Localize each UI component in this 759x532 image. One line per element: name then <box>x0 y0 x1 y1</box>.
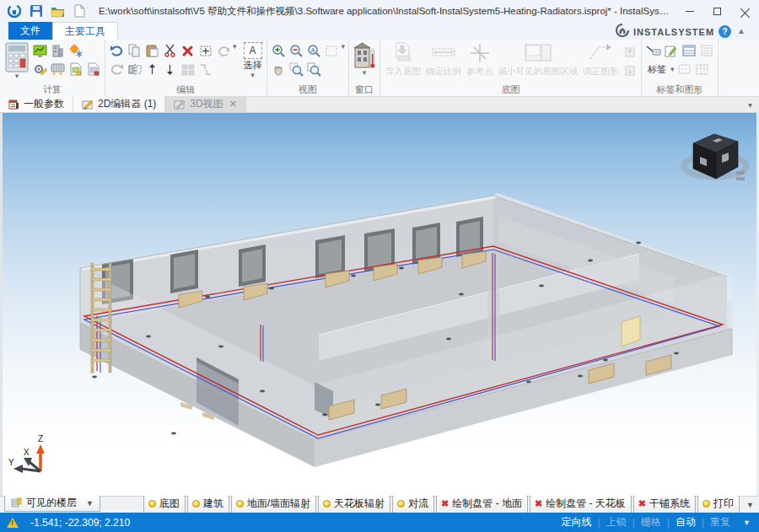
paste-icon[interactable] <box>144 43 160 58</box>
toggle-auto[interactable]: 自动 <box>676 515 696 529</box>
3d-canvas[interactable]: Z X Y <box>0 113 759 496</box>
toggle-orientation-line[interactable]: 定向线 <box>562 515 592 529</box>
axis-x-label: X <box>24 448 30 457</box>
layer-tab-convection[interactable]: 对流 <box>392 495 434 513</box>
layer-tab-coil-ceiling[interactable]: 绘制盘管 - 天花板 <box>530 495 632 513</box>
toggle-grid[interactable]: 栅格 <box>641 515 661 529</box>
align-bottom-icon[interactable] <box>162 62 178 77</box>
new-document-icon[interactable] <box>73 4 87 19</box>
layer-tabs-caret[interactable]: ▼ <box>743 501 759 513</box>
zoom-a-glyph: A <box>310 46 315 52</box>
layer-on-icon <box>323 500 331 508</box>
zoom-dropdown-caret[interactable]: ▾ <box>342 43 346 58</box>
settings-edit-icon[interactable] <box>32 62 48 77</box>
ribbon-group-window: ▾ 窗口 <box>349 40 380 96</box>
move-icon[interactable] <box>197 43 213 58</box>
heating-cooling-icon[interactable] <box>67 43 83 58</box>
align-top-icon[interactable] <box>144 62 160 77</box>
select-button[interactable]: A 选择 ▾ <box>242 41 264 79</box>
layer-tab-print[interactable]: 打印 <box>697 495 740 513</box>
text-style-icon[interactable] <box>676 62 692 77</box>
zoom-extents-icon[interactable] <box>306 62 322 77</box>
delete-icon[interactable] <box>180 43 196 58</box>
zoom-all-icon[interactable]: A <box>306 43 322 58</box>
copy-icon[interactable] <box>126 43 143 58</box>
diagnostics-icon[interactable] <box>32 43 48 58</box>
view-cube[interactable] <box>684 134 746 180</box>
maximize-button[interactable] <box>703 0 731 22</box>
mirror-icon[interactable] <box>126 62 143 77</box>
layer-tab-basemap[interactable]: 底图 <box>143 495 186 513</box>
zoom-out-icon[interactable] <box>288 43 304 58</box>
status-bar: -1.541; -22.309; 2.210 定向线| 上锁| 栅格| 自动| … <box>0 513 759 532</box>
visible-floors-dropdown[interactable]: 可见的楼层 ▼ <box>4 494 100 512</box>
project-data-icon[interactable] <box>67 62 83 77</box>
window-dropdown-caret[interactable]: ▾ <box>363 69 367 76</box>
label-dropdown-caret[interactable]: ▾ <box>670 66 675 73</box>
close-button[interactable] <box>731 0 759 22</box>
radiator-icon[interactable] <box>50 62 66 77</box>
save-icon[interactable] <box>29 4 43 19</box>
tab-file[interactable]: 文件 <box>8 22 52 40</box>
set-scale-label: 确定比例 <box>426 66 461 78</box>
tab-2d-editor[interactable]: 2D编辑器 (1) <box>73 96 165 112</box>
label-button[interactable]: 标签 <box>645 63 669 76</box>
quick-access-toolbar <box>0 4 94 19</box>
layer-tab-coil-floor[interactable]: 绘制盘管 - 地面 <box>436 495 528 513</box>
zoom-window-icon[interactable] <box>288 62 304 77</box>
array-icon[interactable] <box>180 62 196 77</box>
list-icon[interactable] <box>698 43 714 58</box>
leader-label-icon[interactable] <box>645 43 661 58</box>
zoom-selection-icon[interactable] <box>324 43 340 58</box>
tab-list-caret[interactable]: ▾ <box>748 100 759 112</box>
group-label-labels: 标签和图形 <box>644 83 715 96</box>
group-label-window: 窗口 <box>352 83 377 96</box>
import-basemap-button[interactable]: 导入底图 <box>383 41 423 78</box>
tab-main-tools[interactable]: 主要工具 <box>52 22 118 40</box>
app-logo-icon[interactable] <box>7 4 21 19</box>
status-caret[interactable]: ▼ <box>743 519 751 527</box>
rotate-icon[interactable] <box>215 43 231 58</box>
toggle-repeat[interactable]: 重复 <box>710 515 730 529</box>
building-structure-icon[interactable] <box>50 43 66 58</box>
basemap-up-icon[interactable] <box>622 45 638 60</box>
ribbon-group-basemap: 导入底图 确定比例 参考点 减小可见的底图区域 调正图形 <box>380 40 642 96</box>
pan-icon[interactable] <box>271 62 287 77</box>
layer-tab-floor-wall-radiation[interactable]: 地面/墙面辐射 <box>231 495 316 513</box>
collapse-ribbon-icon[interactable]: ▲ <box>735 26 751 37</box>
grid-table-icon[interactable] <box>694 62 710 77</box>
calculate-dropdown-caret[interactable]: ▾ <box>15 73 19 79</box>
cut-icon[interactable] <box>162 43 178 58</box>
rotate-dropdown-caret[interactable]: ▾ <box>233 43 237 58</box>
undo-icon[interactable] <box>109 43 125 58</box>
warning-icon[interactable] <box>7 518 19 528</box>
adjust-graphic-button[interactable]: 调正图形 <box>580 41 621 78</box>
axis-y-label: Y <box>8 458 14 467</box>
help-icon[interactable]: ? <box>719 25 731 38</box>
brand-name: INSTALSYSTEM <box>633 27 714 37</box>
redo-icon[interactable] <box>109 62 125 77</box>
select-dropdown-caret[interactable]: ▾ <box>250 72 255 78</box>
trim-icon[interactable] <box>197 62 213 77</box>
layer-tab-building[interactable]: 建筑 <box>187 495 229 513</box>
tab-general-parameters[interactable]: 一般参数 <box>0 96 73 112</box>
toggle-lock[interactable]: 上锁 <box>606 515 627 529</box>
calculate-button[interactable]: ▾ <box>3 41 31 80</box>
brand-area: INSTALSYSTEM ? ▲ <box>616 24 759 40</box>
tab-close-icon[interactable]: ✕ <box>229 99 237 110</box>
open-folder-icon[interactable] <box>51 4 65 19</box>
minimize-button[interactable] <box>676 0 703 22</box>
layer-tab-ceiling-radiation[interactable]: 天花板辐射 <box>318 495 390 513</box>
set-scale-button[interactable]: 确定比例 <box>423 41 464 78</box>
zoom-in-icon[interactable] <box>271 43 287 58</box>
table-label-icon[interactable] <box>681 43 697 58</box>
edit-label-icon[interactable] <box>663 43 679 58</box>
separator: | <box>702 517 704 529</box>
results-data-icon[interactable] <box>85 62 101 77</box>
layer-tab-dry-system[interactable]: 干铺系统 <box>633 495 696 513</box>
reference-point-button[interactable]: 参考点 <box>464 41 496 78</box>
reduce-basemap-area-button[interactable]: 减小可见的底图区域 <box>496 41 581 78</box>
window-layout-button[interactable]: ▾ <box>352 41 377 77</box>
basemap-down-icon[interactable] <box>622 63 638 78</box>
tab-3d-view[interactable]: 3D视图 ✕ <box>165 96 246 112</box>
